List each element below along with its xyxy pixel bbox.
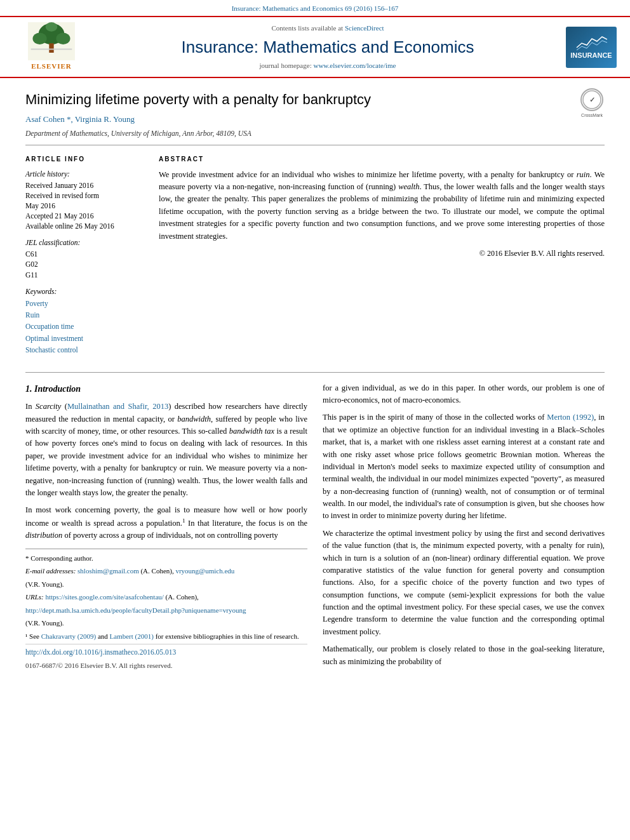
footnote-divider — [25, 644, 307, 644]
journal-header-center: Contents lists available at ScienceDirec… — [99, 23, 556, 71]
svg-point-3 — [32, 33, 46, 44]
url-young-note: http://dept.math.lsa.umich.edu/people/fa… — [25, 605, 307, 616]
journal-homepage-line: journal homepage: www.elsevier.com/locat… — [99, 61, 556, 70]
journal-reference-link[interactable]: Insurance: Mathematics and Economics 69 … — [232, 4, 399, 12]
keyword-stochastic-control[interactable]: Stochastic control — [25, 344, 146, 356]
keyword-poverty[interactable]: Poverty — [25, 298, 146, 309]
article-affiliation: Department of Mathematics, University of… — [25, 128, 566, 138]
intro-col-left: 1. Introduction In Scarcity (Mullainatha… — [25, 382, 307, 674]
available-online: Available online 26 May 2016 — [25, 221, 146, 231]
history-label: Article history: — [25, 169, 146, 179]
abstract-heading: ABSTRACT — [159, 155, 605, 164]
vry-note: (V.R. Young). — [25, 579, 307, 590]
article-title: Minimizing lifetime poverty with a penal… — [25, 91, 566, 109]
section-1-number: 1. — [25, 384, 32, 394]
svg-text:✓: ✓ — [589, 96, 595, 103]
article-body: Minimizing lifetime poverty with a penal… — [0, 78, 630, 683]
footnote-section: * Corresponding author. E-mail addresses… — [25, 549, 307, 671]
corresponding-note: * Corresponding author. — [25, 553, 307, 564]
mullainathan-link[interactable]: Mullainathan and Shafir, 2013 — [67, 402, 168, 411]
main-content: 1. Introduction In Scarcity (Mullainatha… — [25, 373, 605, 683]
crossmark-logo: ✓ CrossMark — [579, 91, 605, 116]
article-info-heading: ARTICLE INFO — [25, 155, 146, 164]
email-cohen-link[interactable]: shloshim@gmail.com — [77, 567, 139, 575]
email-note: E-mail addresses: shloshim@gmail.com (A.… — [25, 566, 307, 577]
elsevier-tree-icon — [26, 22, 77, 60]
copyright-line: 0167-6687/© 2016 Elsevier B.V. All right… — [25, 660, 307, 671]
jel-g02: G02 — [25, 259, 146, 269]
intro-para-2: In most work concerning poverty, the goa… — [25, 504, 307, 542]
intro-col-right: for a given individual, as we do in this… — [323, 382, 605, 674]
article-title-section: Minimizing lifetime poverty with a penal… — [25, 78, 605, 145]
elsevier-logo-area: ELSEVIER — [10, 22, 93, 71]
section-1-title: 1. Introduction — [25, 382, 307, 396]
insurance-logo-area: INSURANCE — [563, 27, 620, 68]
chakravarty-link[interactable]: Chakravarty (2009) — [41, 632, 96, 640]
abstract-text: We provide investment advice for an indi… — [159, 169, 605, 260]
intro-para-1: In Scarcity (Mullainathan and Shafir, 20… — [25, 401, 307, 499]
received-revised-label: Received in revised form — [25, 190, 146, 201]
jel-label: JEL classification: — [25, 237, 146, 248]
url-cohen-link[interactable]: https://sites.google.com/site/asafcohent… — [45, 593, 163, 601]
doi-link[interactable]: http://dx.doi.org/10.1016/j.insmatheco.2… — [25, 648, 176, 656]
keywords-label: Keywords: — [25, 286, 146, 297]
article-info-col: ARTICLE INFO Article history: Received J… — [25, 155, 146, 363]
svg-rect-6 — [31, 49, 72, 50]
insurance-chart-icon — [575, 34, 607, 51]
svg-rect-7 — [575, 34, 607, 51]
journal-header: ELSEVIER Contents lists available at Sci… — [0, 16, 630, 77]
svg-point-5 — [46, 22, 57, 32]
jel-g11: G11 — [25, 270, 146, 280]
accepted-date: Accepted 21 May 2016 — [25, 211, 146, 221]
received-revised-date: May 2016 — [25, 201, 146, 211]
merton-link[interactable]: Merton (1992) — [547, 413, 594, 422]
crossmark-circle: ✓ — [580, 88, 603, 111]
urls-note: URLs: https://sites.google.com/site/asaf… — [25, 592, 307, 603]
intro-para-6: Mathematically, our problem is closely r… — [323, 643, 605, 668]
introduction-two-col: 1. Introduction In Scarcity (Mullainatha… — [25, 382, 605, 674]
keywords-list: Poverty Ruin Occupation time Optimal inv… — [25, 298, 146, 356]
email-young-link[interactable]: vryoung@umich.edu — [175, 567, 234, 575]
section-1-label: Introduction — [34, 384, 81, 394]
keyword-occupation-time[interactable]: Occupation time — [25, 321, 146, 332]
keyword-ruin[interactable]: Ruin — [25, 309, 146, 321]
science-direct-link[interactable]: ScienceDirect — [345, 24, 384, 32]
jel-group: JEL classification: C61 G02 G11 — [25, 237, 146, 279]
elsevier-brand: ELSEVIER — [31, 62, 72, 71]
vry-note2: (V.R. Young). — [25, 618, 307, 629]
footnote-1: ¹ See Chakravarty (2009) and Lambert (20… — [25, 631, 307, 642]
intro-para-3: for a given individual, as we do in this… — [323, 382, 605, 407]
svg-point-4 — [56, 33, 70, 44]
article-authors: Asaf Cohen *, Virginia R. Young — [25, 114, 566, 125]
url-young-link[interactable]: http://dept.math.lsa.umich.edu/people/fa… — [25, 606, 246, 614]
abstract-col: ABSTRACT We provide investment advice fo… — [159, 155, 605, 363]
jel-c61: C61 — [25, 249, 146, 259]
abstract-copyright: © 2016 Elsevier B.V. All rights reserved… — [159, 248, 605, 260]
intro-para-5: We characterize the optimal investment p… — [323, 528, 605, 638]
journal-reference-bar: Insurance: Mathematics and Economics 69 … — [0, 0, 630, 16]
svg-rect-2 — [49, 44, 53, 53]
keyword-optimal-investment[interactable]: Optimal investment — [25, 333, 146, 344]
insurance-logo: INSURANCE — [566, 27, 617, 68]
science-direct-line: Contents lists available at ScienceDirec… — [99, 23, 556, 33]
intro-para-4: This paper is in the spirit of many of t… — [323, 411, 605, 522]
journal-title: Insurance: Mathematics and Economics — [99, 36, 556, 58]
insurance-logo-text: INSURANCE — [570, 51, 612, 60]
article-title-left: Minimizing lifetime poverty with a penal… — [25, 91, 566, 138]
received-date: Received January 2016 — [25, 180, 146, 190]
author-young-link[interactable]: Virginia R. Young — [75, 114, 135, 124]
article-history-group: Article history: Received January 2016 R… — [25, 169, 146, 232]
lambert-link[interactable]: Lambert (2001) — [110, 632, 154, 640]
doi-line[interactable]: http://dx.doi.org/10.1016/j.insmatheco.2… — [25, 647, 307, 658]
author-cohen-link[interactable]: Asaf Cohen * — [25, 114, 71, 124]
keywords-group: Keywords: Poverty Ruin Occupation time O… — [25, 286, 146, 356]
info-abstract-section: ARTICLE INFO Article history: Received J… — [25, 145, 605, 373]
journal-homepage-link[interactable]: www.elsevier.com/locate/ime — [313, 62, 396, 69]
crossmark-label: CrossMark — [581, 112, 603, 119]
